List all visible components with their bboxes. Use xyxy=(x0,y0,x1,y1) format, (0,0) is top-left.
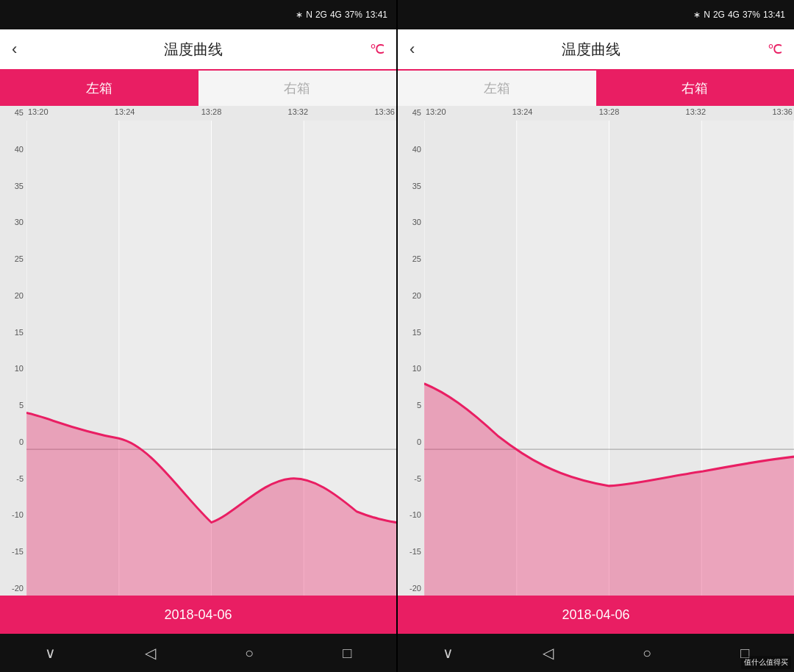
left-header: ‹ 温度曲线 ℃ xyxy=(0,29,396,71)
nav-down-icon[interactable]: ∨ xyxy=(45,644,56,662)
right-tab-youxiang[interactable]: 右箱 xyxy=(596,71,795,106)
time-display: 13:41 xyxy=(365,10,387,20)
signal-icon: 2G xyxy=(315,10,327,20)
left-page-title: 温度曲线 xyxy=(164,40,223,60)
nav-back-icon[interactable]: ◁ xyxy=(145,644,156,662)
r-signal-icon: 2G xyxy=(713,10,725,20)
right-status-bar: ∗ N 2G 4G 37% 13:41 xyxy=(398,0,794,29)
right-x-axis: 13:20 13:24 13:28 13:32 13:36 xyxy=(424,106,794,121)
left-y-axis: 45 40 35 30 25 20 15 10 5 0 -5 -10 -15 -… xyxy=(0,106,26,596)
right-tab-bar: 左箱 右箱 xyxy=(398,71,794,106)
right-footer-date: 2018-04-06 xyxy=(398,596,794,634)
left-back-button[interactable]: ‹ xyxy=(12,40,17,59)
left-chart-inner: 13:20 13:24 13:28 13:32 13:36 xyxy=(26,106,396,596)
right-phone-panel: ∗ N 2G 4G 37% 13:41 ‹ 温度曲线 ℃ 左箱 右箱 45 40… xyxy=(398,0,794,672)
r-nav-down-icon[interactable]: ∨ xyxy=(443,644,454,662)
left-status-bar: ∗ N 2G 4G 37% 13:41 xyxy=(0,0,396,29)
right-page-title: 温度曲线 xyxy=(562,40,620,60)
nfc-icon: N xyxy=(306,10,312,20)
r-battery-text: 37% xyxy=(743,10,760,20)
left-chart-svg xyxy=(26,121,396,596)
left-nav-bar: ∨ ◁ ○ □ xyxy=(0,634,396,672)
left-unit-label: ℃ xyxy=(370,41,385,57)
r-time-display: 13:41 xyxy=(763,10,785,20)
bluetooth-icon: ∗ xyxy=(296,10,303,20)
left-footer-date: 2018-04-06 xyxy=(0,596,396,634)
r-signal-4g-icon: 4G xyxy=(728,10,740,20)
nav-home-icon[interactable]: ○ xyxy=(245,645,254,662)
watermark-label: 值什么值得买 xyxy=(741,656,791,669)
right-status-icons: ∗ N 2G 4G 37% 13:41 xyxy=(693,10,785,20)
left-chart-area: 45 40 35 30 25 20 15 10 5 0 -5 -10 -15 -… xyxy=(0,106,396,596)
r-nav-home-icon[interactable]: ○ xyxy=(643,645,651,662)
right-unit-label: ℃ xyxy=(768,41,782,57)
right-nav-bar: ∨ ◁ ○ □ 值什么值得买 xyxy=(398,634,794,672)
right-chart-inner: 13:20 13:24 13:28 13:32 13:36 xyxy=(424,106,794,596)
left-tab-zuoxiang[interactable]: 左箱 xyxy=(0,71,198,106)
nav-recent-icon[interactable]: □ xyxy=(343,645,351,662)
left-tab-youxiang[interactable]: 右箱 xyxy=(198,71,397,106)
r-bluetooth-icon: ∗ xyxy=(693,10,701,20)
right-tab-zuoxiang[interactable]: 左箱 xyxy=(398,71,596,106)
right-back-button[interactable]: ‹ xyxy=(409,40,415,59)
right-chart-svg xyxy=(424,121,794,596)
right-y-axis: 45 40 35 30 25 20 15 10 5 0 -5 -10 -15 -… xyxy=(398,106,424,596)
left-tab-bar: 左箱 右箱 xyxy=(0,71,396,106)
r-nav-back-icon[interactable]: ◁ xyxy=(543,644,554,662)
battery-text: 37% xyxy=(345,10,362,20)
left-x-axis: 13:20 13:24 13:28 13:32 13:36 xyxy=(26,106,396,121)
r-nfc-icon: N xyxy=(704,10,710,20)
signal-4g-icon: 4G xyxy=(330,10,342,20)
right-header: ‹ 温度曲线 ℃ xyxy=(398,29,794,71)
left-status-icons: ∗ N 2G 4G 37% 13:41 xyxy=(296,10,387,20)
left-phone-panel: ∗ N 2G 4G 37% 13:41 ‹ 温度曲线 ℃ 左箱 右箱 45 40… xyxy=(0,0,396,672)
right-chart-area: 45 40 35 30 25 20 15 10 5 0 -5 -10 -15 -… xyxy=(398,106,794,596)
